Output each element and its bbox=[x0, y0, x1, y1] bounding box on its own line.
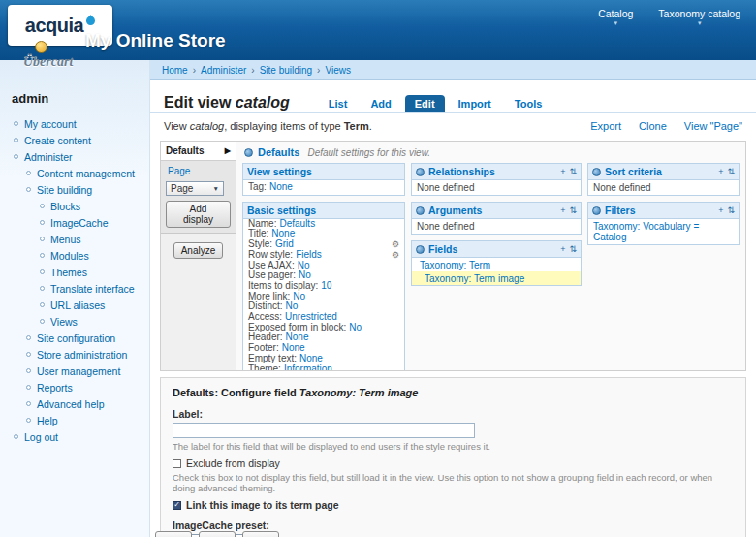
sidebar-item-label: Advanced help bbox=[37, 398, 104, 410]
view-settings-title[interactable]: View settings bbox=[247, 166, 312, 177]
breadcrumb-home[interactable]: Home bbox=[162, 65, 188, 76]
rearrange-icon[interactable]: ⇅ bbox=[727, 205, 735, 215]
sidebar-item-menus[interactable]: Menus bbox=[0, 231, 149, 247]
view-tab[interactable]: Import bbox=[449, 95, 501, 112]
bullet-icon bbox=[40, 204, 45, 208]
clipped-button[interactable] bbox=[155, 531, 192, 537]
add-icon[interactable]: + bbox=[718, 167, 723, 176]
arguments-title[interactable]: Arguments bbox=[428, 205, 482, 216]
setting-value-link[interactable]: 10 bbox=[321, 281, 331, 292]
sidebar-item-help[interactable]: Help bbox=[0, 412, 149, 428]
box-toggle-icon[interactable] bbox=[416, 245, 425, 254]
breadcrumb-views[interactable]: Views bbox=[325, 65, 351, 76]
sidebar-item-label: Site configuration bbox=[37, 332, 115, 344]
filter-item[interactable]: Taxonomy: Vocabulary = Catalog bbox=[588, 219, 739, 244]
box-toggle-icon[interactable] bbox=[416, 168, 425, 176]
add-display-button[interactable]: Add display bbox=[166, 201, 231, 228]
clone-link[interactable]: Clone bbox=[639, 120, 667, 132]
field-item-link[interactable]: Taxonomy: Term image bbox=[425, 273, 524, 284]
rearrange-icon[interactable]: ⇅ bbox=[727, 167, 735, 176]
view-tab[interactable]: List bbox=[319, 95, 358, 112]
fields-box: Fields +⇅ Taxonomy: Term Taxonomy: Term … bbox=[411, 240, 582, 286]
sidebar-item-reports[interactable]: Reports bbox=[0, 379, 149, 395]
sidebar-item-site-configuration[interactable]: Site configuration bbox=[0, 330, 149, 346]
field-item-link[interactable]: Taxonomy: Term bbox=[420, 260, 490, 270]
sidebar-item-url-aliases[interactable]: URL aliases bbox=[0, 297, 149, 313]
field-item[interactable]: Taxonomy: Term image bbox=[412, 271, 581, 285]
basic-settings-title[interactable]: Basic settings bbox=[247, 205, 316, 216]
sidebar-item-label: Administer bbox=[24, 151, 73, 163]
sidebar-item-imagecache[interactable]: ImageCache bbox=[0, 214, 149, 231]
relationships-header: Relationships +⇅ bbox=[412, 164, 581, 180]
site-header: acquia My Online Store Catalog ▾ Taxonom… bbox=[0, 0, 756, 60]
display-tab-defaults[interactable]: Defaults ▶ bbox=[161, 142, 236, 161]
exclude-checkbox[interactable]: ✓ bbox=[173, 459, 181, 468]
sidebar-item-create-content[interactable]: Create content bbox=[0, 132, 149, 148]
view-tab[interactable]: Edit bbox=[405, 95, 445, 112]
fields-header: Fields +⇅ bbox=[412, 241, 581, 258]
breadcrumb-site-building[interactable]: Site building bbox=[260, 65, 312, 76]
breadcrumb-administer[interactable]: Administer bbox=[201, 65, 246, 76]
setting-value-link[interactable]: None bbox=[299, 354, 323, 364]
primary-link-catalog[interactable]: Catalog bbox=[598, 8, 633, 19]
box-toggle-icon[interactable] bbox=[592, 206, 601, 215]
rearrange-icon[interactable]: ⇅ bbox=[569, 167, 577, 176]
view-tab[interactable]: Tools bbox=[505, 95, 552, 112]
box-toggle-icon[interactable] bbox=[416, 206, 425, 215]
basic-setting-row: Theme: Information ⚙ bbox=[243, 364, 404, 371]
analyze-button[interactable]: Analyze bbox=[173, 242, 224, 259]
navigation-menu: My account Create content Administer Con… bbox=[0, 115, 149, 445]
setting-value-link[interactable]: Information bbox=[284, 364, 332, 371]
page-header: Edit view catalog ListAddEditImportTools bbox=[150, 80, 756, 113]
setting-value-link[interactable]: Fields bbox=[296, 250, 322, 261]
link-image-checkbox[interactable]: ✓ bbox=[173, 501, 181, 510]
relationships-title[interactable]: Relationships bbox=[428, 166, 495, 177]
label-input[interactable] bbox=[173, 423, 475, 438]
add-icon[interactable]: + bbox=[560, 244, 565, 254]
view-page-link[interactable]: View "Page" bbox=[684, 120, 742, 132]
view-tabs: ListAddEditImportTools bbox=[319, 95, 551, 112]
filter-item-link[interactable]: Taxonomy: Vocabulary = Catalog bbox=[593, 221, 699, 242]
export-link[interactable]: Export bbox=[590, 120, 621, 132]
rearrange-icon[interactable]: ⇅ bbox=[569, 244, 577, 254]
sort-criteria-title[interactable]: Sort criteria bbox=[605, 166, 662, 177]
box-toggle-icon[interactable] bbox=[592, 168, 601, 176]
rearrange-icon[interactable]: ⇅ bbox=[569, 205, 577, 215]
sidebar-item-label: Themes bbox=[50, 267, 87, 278]
primary-link-taxonomy-catalog[interactable]: Taxonomy catalog bbox=[658, 8, 740, 19]
sidebar-item-my-account[interactable]: My account bbox=[0, 115, 149, 132]
sidebar-item-administer[interactable]: Administer bbox=[0, 148, 149, 165]
exclude-help-text: Check this box to not display this field… bbox=[173, 472, 734, 493]
gear-icon[interactable]: ⚙ bbox=[392, 239, 399, 249]
setting-value-link[interactable]: No bbox=[349, 323, 362, 333]
display-type-select[interactable]: Page ▼ bbox=[166, 181, 224, 196]
page-title-prefix: Edit view bbox=[164, 94, 231, 111]
clipped-button[interactable] bbox=[242, 531, 279, 537]
sidebar-item-store-administration[interactable]: Store administration bbox=[0, 346, 149, 363]
sidebar-item-log-out[interactable]: Log out bbox=[0, 428, 149, 445]
sidebar-item-themes[interactable]: Themes bbox=[0, 264, 149, 280]
sidebar-item-content-management[interactable]: Content management bbox=[0, 165, 149, 181]
sidebar-item-modules[interactable]: Modules bbox=[0, 247, 149, 264]
setting-value-link[interactable]: None bbox=[269, 182, 293, 193]
sidebar-item-label: Menus bbox=[50, 234, 81, 245]
sidebar-item-user-management[interactable]: User management bbox=[0, 363, 149, 379]
add-icon[interactable]: + bbox=[718, 205, 723, 215]
defaults-settings-link[interactable]: Defaults bbox=[258, 146, 299, 158]
view-tab[interactable]: Add bbox=[361, 95, 400, 112]
collapse-icon[interactable] bbox=[244, 148, 253, 157]
sidebar-item-views[interactable]: Views bbox=[0, 313, 149, 330]
filters-title[interactable]: Filters bbox=[605, 205, 636, 216]
field-item[interactable]: Taxonomy: Term bbox=[412, 258, 581, 271]
clipped-button[interactable] bbox=[199, 531, 236, 537]
fields-title[interactable]: Fields bbox=[428, 243, 457, 255]
sidebar-item-blocks[interactable]: Blocks bbox=[0, 198, 149, 214]
sidebar-item-site-building[interactable]: Site building bbox=[0, 181, 149, 198]
add-icon[interactable]: + bbox=[560, 167, 565, 176]
display-tab-page[interactable]: Page bbox=[166, 166, 192, 176]
sidebar-item-label: Store administration bbox=[37, 349, 127, 361]
sidebar-item-advanced-help[interactable]: Advanced help bbox=[0, 395, 149, 412]
sidebar-item-translate-interface[interactable]: Translate interface bbox=[0, 280, 149, 297]
add-icon[interactable]: + bbox=[560, 205, 565, 215]
gear-icon[interactable]: ⚙ bbox=[392, 250, 399, 260]
